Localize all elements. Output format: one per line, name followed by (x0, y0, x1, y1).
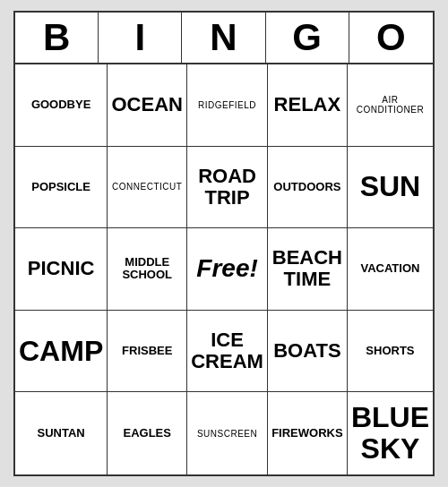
cell-text: SUNTAN (38, 427, 85, 440)
bingo-cell: SUNSCREEN (187, 392, 268, 474)
cell-text: POPSICLE (31, 181, 90, 193)
bingo-cell: SHORTS (348, 311, 433, 393)
bingo-cell: CONNECTICUT (108, 147, 187, 229)
cell-text: Free! (196, 255, 257, 283)
cell-text: BLUE SKY (351, 402, 429, 465)
bingo-cell: RELAX (268, 64, 348, 147)
bingo-cell: ICE CREAM (187, 311, 268, 393)
cell-text: BOATS (273, 340, 340, 362)
bingo-cell: EAGLES (108, 392, 187, 474)
bingo-cell: OUTDOORS (268, 147, 348, 229)
cell-text: SHORTS (366, 345, 414, 357)
cell-text: VACATION (360, 262, 419, 275)
cell-text: FRISBEE (122, 345, 172, 357)
bingo-cell: AIR CONDITIONER (348, 64, 433, 147)
cell-text: BEACH TIME (271, 247, 343, 290)
bingo-cell: RIDGEFIELD (187, 64, 268, 147)
cell-text: CAMP (19, 336, 103, 367)
bingo-cell: BEACH TIME (268, 228, 348, 311)
header-letter: N (182, 13, 265, 63)
bingo-cell: BLUE SKY (348, 392, 433, 474)
cell-text: AIR CONDITIONER (351, 95, 429, 115)
bingo-cell: ROAD TRIP (187, 147, 268, 229)
cell-text: ROAD TRIP (191, 166, 263, 209)
cell-text: PICNIC (28, 258, 95, 279)
bingo-cell: BOATS (268, 311, 348, 393)
cell-text: EAGLES (123, 427, 170, 440)
bingo-cell: PICNIC (15, 228, 108, 311)
bingo-cell: VACATION (348, 228, 433, 311)
bingo-cell: MIDDLE SCHOOL (108, 228, 187, 311)
bingo-card: BINGO GOODBYEOCEANRIDGEFIELDRELAXAIR CON… (13, 11, 435, 476)
cell-text: SUN (360, 171, 421, 202)
cell-text: ICE CREAM (191, 329, 263, 372)
bingo-cell: FRISBEE (108, 311, 187, 393)
cell-text: RELAX (274, 94, 341, 115)
bingo-cell: POPSICLE (15, 147, 108, 229)
header-letter: O (349, 13, 433, 63)
bingo-cell: FIREWORKS (268, 392, 348, 474)
bingo-cell: SUN (348, 147, 433, 229)
bingo-cell: Free! (187, 228, 268, 311)
bingo-grid: GOODBYEOCEANRIDGEFIELDRELAXAIR CONDITION… (15, 64, 433, 474)
bingo-cell: SUNTAN (15, 392, 108, 474)
bingo-header: BINGO (15, 13, 433, 64)
cell-text: CONNECTICUT (112, 182, 182, 192)
cell-text: MIDDLE SCHOOL (111, 256, 183, 282)
cell-text: OUTDOORS (273, 181, 340, 193)
header-letter: I (99, 13, 182, 63)
cell-text: GOODBYE (31, 98, 90, 111)
bingo-cell: OCEAN (108, 64, 187, 147)
header-letter: B (15, 13, 99, 63)
cell-text: FIREWORKS (271, 427, 342, 440)
cell-text: OCEAN (111, 94, 182, 115)
header-letter: G (266, 13, 349, 63)
cell-text: SUNSCREEN (197, 429, 257, 439)
bingo-cell: GOODBYE (15, 64, 108, 147)
bingo-cell: CAMP (15, 311, 108, 393)
cell-text: RIDGEFIELD (198, 100, 256, 110)
